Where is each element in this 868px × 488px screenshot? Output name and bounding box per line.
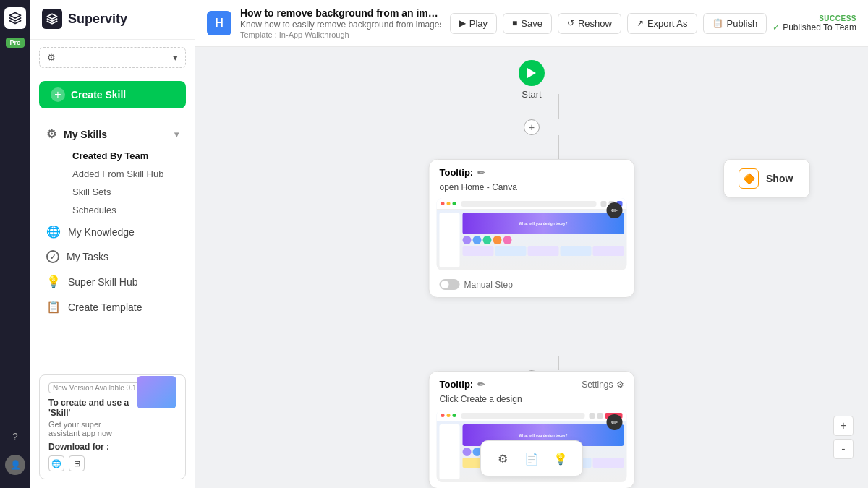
reshow-icon: ↺ [567, 18, 574, 28]
toggle-switch-1[interactable] [440, 279, 460, 290]
canvas-area[interactable]: Start + Tooltip: ✏ open Home - Canva [195, 47, 868, 488]
show-node[interactable]: 🔶 Show [723, 159, 810, 198]
start-button[interactable] [519, 60, 545, 86]
mock-sidebar-2 [440, 424, 460, 479]
top-bar: H How to remove background from an image… [195, 0, 868, 47]
sidebar-item-added-from-hub[interactable]: Added From Skill Hub [65, 165, 186, 183]
tooltip-row-1: Tooltip: ✏ [440, 167, 485, 178]
help-button[interactable]: ? [4, 426, 26, 448]
app-logo [4, 7, 26, 29]
create-skill-button[interactable]: + Create Skill [39, 81, 186, 108]
save-button[interactable]: ■ Save [503, 13, 552, 34]
step-card-1: Tooltip: ✏ open Home - Canva [429, 159, 635, 298]
page-title: How to remove background from an image i… [240, 7, 441, 19]
super-skill-hub-label: Super Skill Hub [68, 276, 138, 288]
web-platform-icon[interactable]: 🌐 [48, 455, 64, 471]
top-bar-actions: ▶ Play ■ Save ↺ Reshow ↗ Export As 📋 Pub… [450, 13, 856, 34]
tooltip-label-1: Tooltip: [440, 167, 474, 178]
mock-cell [561, 246, 592, 256]
published-text: ✓ Published To Team [773, 22, 856, 33]
my-skills-label: My Skills [64, 129, 107, 140]
create-skill-label: Create Skill [71, 89, 126, 100]
edit-screenshot-1[interactable]: ✏ [607, 202, 623, 218]
promo-download-label: Download for : [48, 442, 131, 452]
knowledge-icon: 🌐 [46, 225, 61, 239]
zoom-controls: + - [833, 416, 854, 459]
mock-body-1: What will you design today? [437, 210, 627, 270]
settings-button[interactable]: Settings ⚙ [582, 380, 624, 390]
user-avatar[interactable]: 👤 [5, 455, 25, 475]
mock-toolbar-2 [437, 410, 627, 421]
template-icon: 📋 [46, 300, 61, 314]
app-sidebar: Pro ? 👤 [0, 0, 30, 488]
sidebar-item-my-skills[interactable]: ⚙ My Skills ▾ [39, 121, 186, 147]
document-tool-button[interactable]: 📄 [520, 447, 543, 470]
mock-banner-text: What will you design today? [519, 221, 567, 226]
version-badge: New Version Available 0.1.45 [48, 382, 150, 393]
play-button[interactable]: ▶ Play [450, 13, 497, 34]
start-node: Start [519, 60, 545, 100]
tooltip-label-2: Tooltip: [440, 379, 474, 390]
promo-subtitle: Get your super assistant app now [48, 420, 131, 437]
windows-platform-icon[interactable]: ⊞ [69, 455, 85, 471]
sidebar-item-schedules[interactable]: Schedules [65, 201, 186, 219]
settings-tool-button[interactable]: ⚙ [491, 447, 514, 470]
reshow-button[interactable]: ↺ Reshow [558, 13, 621, 34]
save-icon: ■ [512, 18, 517, 28]
brand-row: Supervity [30, 9, 195, 40]
edit-tooltip-2[interactable]: ✏ [477, 380, 485, 390]
green-dot [453, 202, 456, 205]
yellow-dot-2 [447, 414, 451, 417]
page-template: Template : In-App Walkthrough [240, 30, 441, 39]
my-skills-icon: ⚙ [46, 127, 56, 141]
publish-button[interactable]: 📋 Publish [703, 13, 767, 34]
export-icon: ↗ [637, 18, 644, 28]
export-label: Export As [647, 18, 688, 29]
sidebar-item-my-tasks[interactable]: ✓ My Tasks [39, 244, 186, 269]
promo-title: To create and use a 'Skill' [48, 398, 131, 418]
settings-label: Settings [582, 380, 613, 390]
success-label: SUCCESS [819, 14, 856, 22]
bottom-toolbar: ⚙ 📄 💡 [480, 440, 583, 476]
step-1-screenshot: What will you design today? [437, 198, 627, 270]
edit-tooltip-1[interactable]: ✏ [477, 168, 485, 178]
sidebar-item-my-knowledge[interactable]: 🌐 My Knowledge [39, 219, 186, 244]
export-as-button[interactable]: ↗ Export As [627, 13, 697, 34]
published-target: Team [835, 22, 856, 33]
step-2-header: Tooltip: ✏ Settings ⚙ [430, 372, 634, 394]
mock-sidebar [440, 213, 460, 267]
main-area: H How to remove background from an image… [195, 0, 868, 488]
sidebar-item-skill-sets[interactable]: Skill Sets [65, 183, 186, 201]
show-icon: 🔶 [739, 168, 759, 189]
zoom-in-button[interactable]: + [833, 416, 854, 436]
add-step-button-1[interactable]: + [524, 119, 540, 135]
manual-step-toggle-1[interactable]: Manual Step [440, 279, 624, 290]
step-1-footer: Manual Step [430, 276, 634, 297]
zoom-out-button[interactable]: - [833, 439, 854, 459]
url-bar [461, 201, 597, 207]
sidebar-item-super-skill-hub[interactable]: 💡 Super Skill Hub [39, 269, 186, 294]
play-icon: ▶ [459, 18, 466, 28]
mock-grid [463, 246, 624, 267]
edit-screenshot-2[interactable]: ✏ [607, 414, 623, 430]
publish-label: Publish [727, 18, 758, 29]
save-label: Save [521, 18, 542, 29]
plus-icon: + [51, 87, 65, 102]
mock-banner: What will you design today? [463, 213, 624, 234]
workspace-selector[interactable]: ⚙ ▾ [39, 47, 186, 68]
page-icon: H [207, 11, 231, 35]
mock-cell [495, 246, 527, 256]
tooltip-row-2: Tooltip: ✏ [440, 379, 485, 390]
page-desc-text: Know how to easily remove background fro… [240, 20, 441, 30]
page-description: Know how to easily remove background fro… [240, 19, 441, 30]
step-1-header: Tooltip: ✏ [430, 160, 634, 182]
sidebar-item-create-template[interactable]: 📋 Create Template [39, 294, 186, 320]
green-dot-2 [453, 414, 456, 417]
lightbulb-tool-button[interactable]: 💡 [549, 447, 572, 470]
sidebar-item-created-by-team[interactable]: Created By Team [65, 147, 186, 165]
published-to: Published To [783, 22, 833, 33]
play-label: Play [469, 18, 488, 29]
page-info: How to remove background from an image i… [240, 7, 441, 39]
nav-section-main: ⚙ My Skills ▾ Created By Team Added From… [30, 119, 195, 322]
mock-cell [463, 246, 494, 256]
